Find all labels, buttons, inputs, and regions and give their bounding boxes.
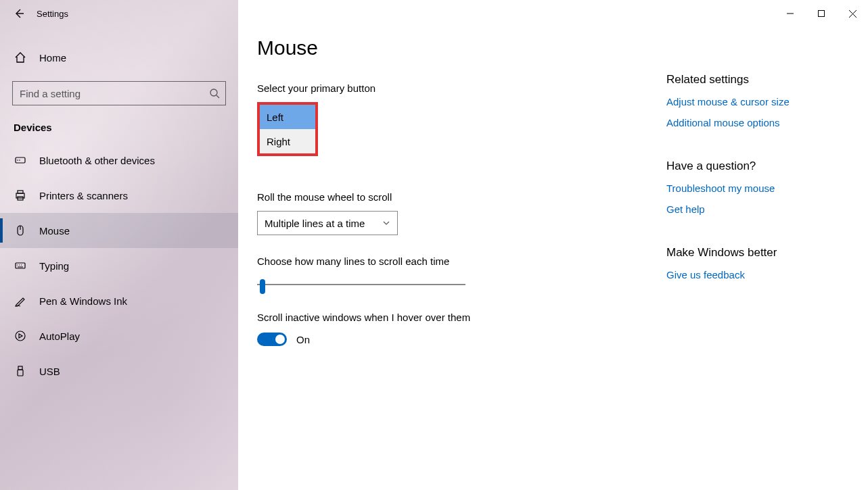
sidebar-item-label: Printers & scanners — [39, 190, 128, 201]
slider-thumb[interactable] — [260, 279, 265, 294]
svg-point-8 — [19, 160, 20, 161]
sidebar-item-label: USB — [39, 366, 60, 377]
link-additional-mouse-options[interactable]: Additional mouse options — [666, 117, 841, 128]
sidebar-item-label: AutoPlay — [39, 330, 80, 342]
better-head: Make Windows better — [666, 246, 841, 260]
printer-icon — [14, 189, 27, 202]
search-icon — [209, 88, 220, 99]
primary-button-option-right[interactable]: Right — [260, 129, 315, 153]
sidebar-item-label: Bluetooth & other devices — [39, 155, 155, 166]
window-controls — [775, 3, 868, 24]
inactive-label: Scroll inactive windows when I hover ove… — [257, 312, 677, 323]
titlebar: Settings — [0, 0, 868, 27]
home-nav[interactable]: Home — [0, 41, 238, 74]
slider-track — [257, 284, 465, 285]
roll-wheel-value: Multiple lines at a time — [265, 218, 365, 229]
chevron-down-icon — [382, 219, 390, 227]
sidebar-item-label: Typing — [39, 260, 69, 272]
mouse-icon — [14, 224, 27, 237]
inactive-toggle-state: On — [296, 334, 310, 345]
home-icon — [14, 51, 27, 64]
inactive-toggle[interactable] — [257, 333, 287, 346]
svg-point-7 — [17, 160, 18, 161]
sidebar-item-printers[interactable]: Printers & scanners — [0, 178, 238, 213]
sidebar-item-autoplay[interactable]: AutoPlay — [0, 318, 238, 353]
usb-icon — [14, 364, 27, 378]
pen-icon — [14, 294, 27, 308]
svg-rect-6 — [16, 157, 25, 163]
roll-wheel-dropdown[interactable]: Multiple lines at a time — [257, 211, 398, 235]
question-head: Have a question? — [666, 160, 841, 173]
lines-label: Choose how many lines to scroll each tim… — [257, 255, 677, 267]
svg-line-5 — [216, 95, 219, 98]
link-get-help[interactable]: Get help — [666, 203, 841, 215]
link-give-feedback[interactable]: Give us feedback — [666, 269, 841, 280]
primary-button-label: Select your primary button — [257, 82, 677, 94]
svg-rect-14 — [16, 263, 25, 268]
lines-slider[interactable] — [257, 278, 465, 291]
back-button[interactable] — [12, 7, 26, 20]
svg-point-19 — [16, 331, 25, 341]
related-head: Related settings — [666, 73, 841, 87]
link-adjust-mouse-cursor[interactable]: Adjust mouse & cursor size — [666, 96, 841, 107]
sidebar-item-mouse[interactable]: Mouse — [0, 213, 238, 248]
sidebar-item-label: Mouse — [39, 225, 70, 237]
sidebar-item-usb[interactable]: USB — [0, 353, 238, 389]
svg-rect-1 — [819, 11, 825, 17]
svg-rect-21 — [18, 370, 23, 376]
search-input[interactable] — [20, 88, 209, 99]
keyboard-icon — [14, 259, 27, 272]
sidebar-item-bluetooth[interactable]: Bluetooth & other devices — [0, 143, 238, 178]
home-label: Home — [39, 52, 66, 64]
toggle-knob — [275, 335, 285, 344]
search-box[interactable] — [12, 81, 226, 105]
primary-button-dropdown-open: Left Right — [257, 102, 318, 156]
sidebar-item-typing[interactable]: Typing — [0, 248, 238, 283]
sidebar-item-label: Pen & Windows Ink — [39, 295, 127, 307]
svg-rect-10 — [18, 191, 23, 193]
category-header: Devices — [0, 118, 238, 143]
app-title: Settings — [37, 9, 68, 19]
roll-wheel-label: Roll the mouse wheel to scroll — [257, 191, 677, 203]
bluetooth-icon — [14, 153, 27, 167]
link-troubleshoot-mouse[interactable]: Troubleshoot my mouse — [666, 182, 841, 194]
svg-rect-20 — [18, 366, 22, 370]
right-rail: Related settings Adjust mouse & cursor s… — [666, 73, 841, 312]
maximize-button[interactable] — [806, 3, 837, 24]
autoplay-icon — [14, 329, 27, 343]
primary-button-option-left[interactable]: Left — [260, 105, 315, 129]
sidebar-item-pen[interactable]: Pen & Windows Ink — [0, 283, 238, 318]
minimize-button[interactable] — [775, 3, 806, 24]
page-title: Mouse — [257, 36, 868, 59]
close-button[interactable] — [837, 3, 868, 24]
svg-point-4 — [210, 89, 217, 96]
sidebar: Home Devices Bluetooth & other devices P… — [0, 0, 238, 490]
